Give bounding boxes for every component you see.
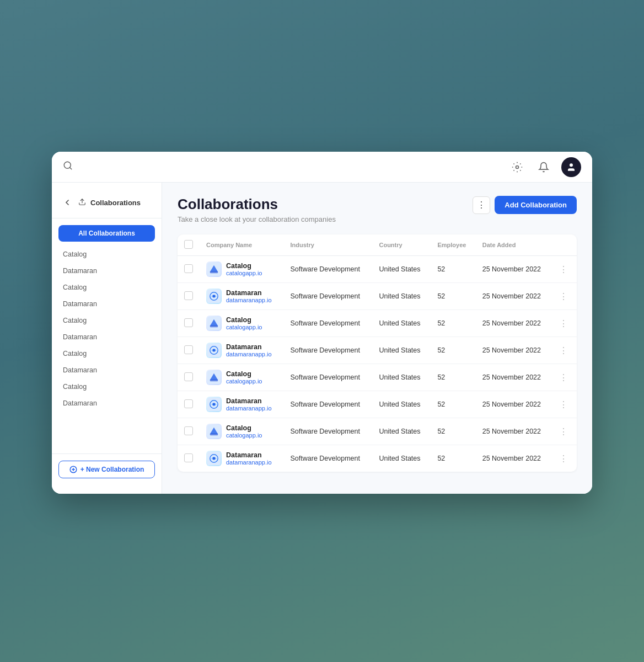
row-employees: 52 bbox=[431, 337, 475, 364]
row-date: 25 November 2022 bbox=[476, 256, 552, 283]
svg-rect-22 bbox=[210, 380, 218, 382]
row-more: ⋮ bbox=[552, 310, 577, 337]
row-checkbox[interactable] bbox=[184, 372, 193, 381]
top-bar-left bbox=[63, 161, 73, 173]
row-employees: 52 bbox=[431, 364, 475, 391]
svg-point-3 bbox=[570, 163, 573, 167]
row-checkbox-cell bbox=[178, 310, 200, 337]
notifications-icon[interactable] bbox=[535, 158, 552, 176]
company-url[interactable]: datamaranapp.io bbox=[226, 405, 272, 412]
more-options-button[interactable]: ⋮ bbox=[473, 196, 490, 214]
row-checkbox[interactable] bbox=[184, 399, 193, 408]
company-name: Catalog bbox=[226, 316, 262, 324]
row-country: United States bbox=[372, 283, 431, 310]
company-info: Catalog catalogapp.io bbox=[226, 316, 262, 330]
row-checkbox-cell bbox=[178, 283, 200, 310]
user-avatar[interactable] bbox=[561, 157, 581, 177]
row-checkbox[interactable] bbox=[184, 345, 193, 354]
new-collaboration-button[interactable]: + New Collaboration bbox=[58, 461, 155, 478]
row-employees: 52 bbox=[431, 256, 475, 283]
add-collaboration-button[interactable]: Add Collaboration bbox=[495, 196, 577, 214]
row-checkbox[interactable] bbox=[184, 264, 193, 273]
sidebar-item-6[interactable]: Catalog bbox=[56, 345, 157, 362]
company-url[interactable]: datamaranapp.io bbox=[226, 351, 272, 357]
sidebar-item-8[interactable]: Catalog bbox=[56, 378, 157, 395]
company-url[interactable]: datamaranapp.io bbox=[226, 297, 272, 303]
collaborations-table-container: Company Name Industry Country Employee D… bbox=[178, 234, 577, 472]
row-company-cell: Catalog catalogapp.io bbox=[200, 256, 284, 283]
row-checkbox-cell bbox=[178, 256, 200, 283]
row-country: United States bbox=[372, 256, 431, 283]
header-checkbox[interactable] bbox=[184, 240, 193, 249]
table-row: Datamaran datamaranapp.io Software Devel… bbox=[178, 391, 577, 418]
row-more-button[interactable]: ⋮ bbox=[559, 400, 568, 409]
sidebar-header: Collaborations bbox=[52, 191, 162, 218]
company-name: Datamaran bbox=[226, 289, 272, 297]
search-icon[interactable] bbox=[63, 161, 73, 173]
sidebar-item-9[interactable]: Datamaran bbox=[56, 395, 157, 412]
sidebar-item-4[interactable]: Catalog bbox=[56, 312, 157, 329]
svg-rect-16 bbox=[210, 325, 218, 328]
company-info: Catalog catalogapp.io bbox=[226, 370, 262, 385]
sidebar: Collaborations All Collaborations Catalo… bbox=[52, 183, 162, 494]
company-info: Datamaran datamaranapp.io bbox=[226, 397, 272, 412]
col-industry: Industry bbox=[284, 234, 373, 256]
all-collaborations-button[interactable]: All Collaborations bbox=[58, 225, 155, 242]
row-checkbox-cell bbox=[178, 391, 200, 418]
row-date: 25 November 2022 bbox=[476, 310, 552, 337]
top-bar-right bbox=[508, 157, 581, 177]
company-url[interactable]: datamaranapp.io bbox=[226, 459, 272, 466]
row-more-button[interactable]: ⋮ bbox=[559, 373, 568, 382]
company-url[interactable]: catalogapp.io bbox=[226, 324, 262, 330]
company-url[interactable]: catalogapp.io bbox=[226, 432, 262, 439]
sidebar-item-7[interactable]: Datamaran bbox=[56, 362, 157, 378]
table-row: Datamaran datamaranapp.io Software Devel… bbox=[178, 337, 577, 364]
sidebar-footer: + New Collaboration bbox=[52, 453, 162, 485]
table-row: Datamaran datamaranapp.io Software Devel… bbox=[178, 445, 577, 472]
row-country: United States bbox=[372, 310, 431, 337]
back-button[interactable] bbox=[61, 196, 74, 209]
row-more: ⋮ bbox=[552, 337, 577, 364]
content-area: Collaborations Take a close look at your… bbox=[162, 183, 592, 494]
table-row: Catalog catalogapp.io Software Developme… bbox=[178, 256, 577, 283]
col-company-name: Company Name bbox=[200, 234, 284, 256]
row-more-button[interactable]: ⋮ bbox=[559, 454, 568, 463]
company-url[interactable]: catalogapp.io bbox=[226, 378, 262, 385]
row-checkbox[interactable] bbox=[184, 426, 193, 435]
row-date: 25 November 2022 bbox=[476, 418, 552, 445]
sidebar-item-1[interactable]: Datamaran bbox=[56, 263, 157, 279]
row-country: United States bbox=[372, 445, 431, 472]
col-actions bbox=[552, 234, 577, 256]
company-info: Catalog catalogapp.io bbox=[226, 262, 262, 276]
row-more-button[interactable]: ⋮ bbox=[559, 292, 568, 301]
row-more-button[interactable]: ⋮ bbox=[559, 427, 568, 436]
row-company-cell: Datamaran datamaranapp.io bbox=[200, 445, 284, 472]
row-industry: Software Development bbox=[284, 310, 373, 337]
row-employees: 52 bbox=[431, 418, 475, 445]
company-logo bbox=[206, 397, 222, 412]
row-date: 25 November 2022 bbox=[476, 391, 552, 418]
row-checkbox[interactable] bbox=[184, 318, 193, 327]
row-checkbox[interactable] bbox=[184, 291, 193, 300]
row-more-button[interactable]: ⋮ bbox=[559, 265, 568, 274]
company-logo bbox=[206, 451, 222, 466]
company-logo bbox=[206, 261, 222, 277]
company-url[interactable]: catalogapp.io bbox=[226, 270, 262, 276]
company-logo bbox=[206, 343, 222, 358]
svg-point-19 bbox=[213, 349, 216, 352]
sidebar-item-0[interactable]: Catalog bbox=[56, 246, 157, 263]
settings-icon[interactable] bbox=[508, 158, 526, 176]
svg-point-25 bbox=[213, 403, 216, 406]
row-more-button[interactable]: ⋮ bbox=[559, 346, 568, 355]
row-company-cell: Catalog catalogapp.io bbox=[200, 418, 284, 445]
row-company-cell: Datamaran datamaranapp.io bbox=[200, 391, 284, 418]
row-industry: Software Development bbox=[284, 445, 373, 472]
row-checkbox[interactable] bbox=[184, 453, 193, 462]
svg-point-31 bbox=[213, 457, 216, 460]
company-name: Datamaran bbox=[226, 397, 272, 405]
table-row: Datamaran datamaranapp.io Software Devel… bbox=[178, 283, 577, 310]
sidebar-item-2[interactable]: Catalog bbox=[56, 279, 157, 296]
sidebar-item-5[interactable]: Datamaran bbox=[56, 329, 157, 345]
row-more-button[interactable]: ⋮ bbox=[559, 319, 568, 328]
sidebar-item-3[interactable]: Datamaran bbox=[56, 296, 157, 312]
